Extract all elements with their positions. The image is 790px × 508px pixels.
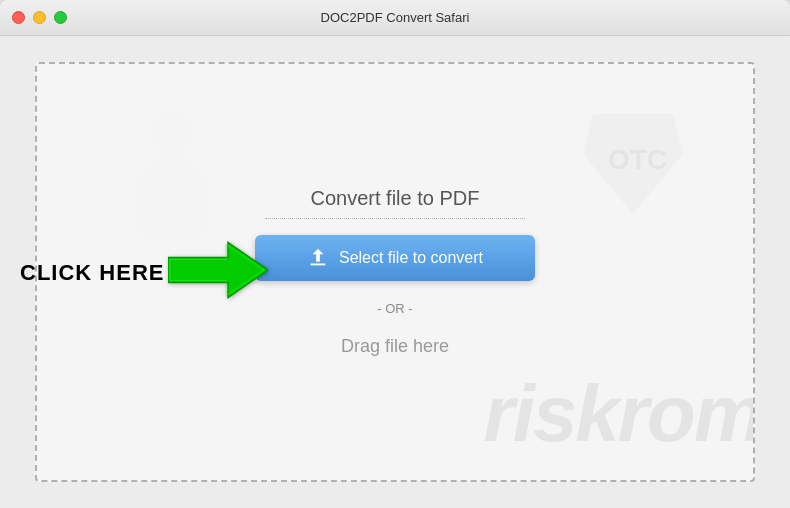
app-window: DOC2PDF Convert Safari CLICK HERE <box>0 0 790 508</box>
select-file-label: Select file to convert <box>339 249 483 267</box>
maximize-button[interactable] <box>54 11 67 24</box>
arrow-icon <box>168 238 268 307</box>
or-divider: - OR - <box>377 301 412 316</box>
titlebar: DOC2PDF Convert Safari <box>0 0 790 36</box>
traffic-lights <box>12 11 67 24</box>
svg-marker-0 <box>168 243 268 298</box>
svg-text:OTC: OTC <box>608 144 667 175</box>
window-title: DOC2PDF Convert Safari <box>321 10 470 25</box>
svg-point-2 <box>150 112 194 156</box>
convert-title: Convert file to PDF <box>265 187 525 219</box>
svg-point-3 <box>132 154 212 244</box>
watermark-logo: OTC <box>573 104 693 224</box>
watermark-person <box>117 104 227 248</box>
minimize-button[interactable] <box>33 11 46 24</box>
click-here-label: CLICK HERE <box>20 259 164 285</box>
click-here-arrow-container: CLICK HERE <box>20 238 268 307</box>
watermark-text: riskrom <box>484 368 753 460</box>
upload-icon <box>307 247 329 269</box>
drag-here-text: Drag file here <box>341 336 449 357</box>
select-file-button[interactable]: Select file to convert <box>255 235 535 281</box>
close-button[interactable] <box>12 11 25 24</box>
center-content: Convert file to PDF Select file to conve… <box>255 187 535 357</box>
window-content: CLICK HERE <box>0 36 790 508</box>
